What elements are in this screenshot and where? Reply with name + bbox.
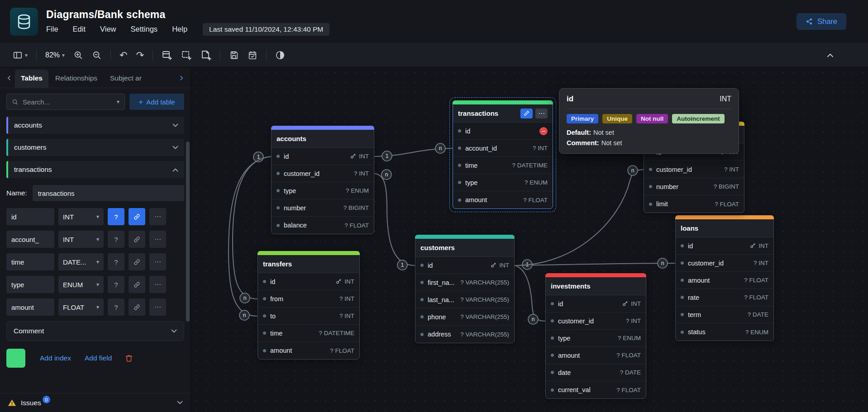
- table-field-row[interactable]: number? BIGINT: [644, 178, 744, 195]
- table-field-row[interactable]: last_na...? VARCHAR(255): [415, 291, 514, 308]
- table-field-row[interactable]: first_na...? VARCHAR(255): [415, 274, 514, 291]
- add-table-sidebar-button[interactable]: + Add table: [129, 94, 184, 110]
- table-field-row[interactable]: id−: [453, 123, 553, 140]
- table-field-row[interactable]: idINT: [676, 237, 773, 255]
- diagram-table-investments[interactable]: investmentsidINTcustomer_id? INTtype? EN…: [545, 273, 646, 399]
- table-header[interactable]: customers: [415, 239, 514, 257]
- table-name-input[interactable]: [33, 185, 184, 201]
- tab-relationships[interactable]: Relationships: [49, 70, 103, 88]
- field-options-button[interactable]: ⋯: [149, 276, 166, 293]
- tab-subject-areas[interactable]: Subject ar: [104, 70, 148, 88]
- nullable-toggle-button[interactable]: ?: [108, 253, 124, 270]
- table-field-row[interactable]: type? ENUM: [546, 330, 646, 347]
- table-more-button[interactable]: ⋯: [535, 109, 548, 118]
- table-header[interactable]: investments: [546, 277, 646, 295]
- table-search-box[interactable]: ▾: [6, 94, 125, 110]
- table-field-row[interactable]: number? BIGINT: [272, 199, 374, 217]
- collapse-header-button[interactable]: [827, 51, 834, 59]
- tabs-scroll-right-button[interactable]: [176, 74, 187, 88]
- zoom-in-button[interactable]: [73, 50, 83, 60]
- table-field-row[interactable]: limit? FLOAT: [644, 195, 744, 213]
- tabs-scroll-left-button[interactable]: [4, 74, 14, 88]
- table-field-row[interactable]: idINT: [272, 148, 374, 165]
- add-area-button[interactable]: [181, 50, 192, 61]
- zoom-out-button[interactable]: [92, 50, 102, 60]
- field-type-select[interactable]: ENUM▾: [58, 276, 104, 293]
- field-type-select[interactable]: FLOAT▾: [58, 298, 104, 316]
- primary-key-button[interactable]: [129, 298, 145, 316]
- nullable-toggle-button[interactable]: ?: [108, 208, 124, 225]
- share-button[interactable]: Share: [796, 13, 846, 30]
- add-field-button[interactable]: Add field: [79, 350, 117, 366]
- table-field-row[interactable]: amount? FLOAT: [258, 342, 359, 359]
- search-input[interactable]: [23, 98, 113, 106]
- field-name-input[interactable]: id: [6, 208, 54, 225]
- table-field-row[interactable]: time? DATETIME: [453, 157, 553, 174]
- menu-file[interactable]: File: [46, 25, 58, 33]
- issues-bar[interactable]: Issues 0: [0, 393, 191, 412]
- table-field-row[interactable]: phone? VARCHAR(255): [415, 308, 514, 326]
- field-type-select[interactable]: INT▾: [58, 208, 104, 225]
- table-field-row[interactable]: idINT: [415, 257, 514, 274]
- table-header[interactable]: accounts: [272, 130, 374, 148]
- menu-edit[interactable]: Edit: [73, 25, 86, 33]
- menu-view[interactable]: View: [100, 25, 116, 33]
- field-type-select[interactable]: INT▾: [58, 231, 104, 248]
- table-field-row[interactable]: status? ENUM: [676, 323, 773, 341]
- table-field-row[interactable]: balance? FLOAT: [272, 217, 374, 234]
- table-field-row[interactable]: customer_id? INT: [644, 161, 744, 178]
- table-field-row[interactable]: term? DATE: [676, 306, 773, 323]
- table-field-row[interactable]: customer_id? INT: [676, 255, 773, 272]
- primary-key-button[interactable]: [129, 231, 145, 248]
- primary-key-button[interactable]: [129, 276, 145, 293]
- table-field-row[interactable]: type? ENUM: [272, 182, 374, 199]
- tab-tables[interactable]: Tables: [15, 70, 48, 88]
- table-field-row[interactable]: idINT: [546, 295, 646, 313]
- diagram-tree-button[interactable]: ▾: [13, 50, 28, 60]
- table-field-row[interactable]: address? VARCHAR(255): [415, 326, 514, 343]
- sidebar-table-transactions[interactable]: transactions: [6, 161, 184, 178]
- table-field-row[interactable]: amount? FLOAT: [546, 347, 646, 364]
- field-name-input[interactable]: account_: [6, 231, 54, 248]
- comment-collapsible[interactable]: Comment: [6, 321, 184, 341]
- table-field-row[interactable]: current_val? FLOAT: [546, 381, 646, 398]
- scrollbar-thumb[interactable]: [186, 142, 190, 322]
- table-header[interactable]: transfers: [258, 255, 359, 273]
- table-field-row[interactable]: customer_id? INT: [272, 165, 374, 182]
- field-name-input[interactable]: amount: [6, 298, 54, 316]
- add-index-button[interactable]: Add index: [34, 350, 76, 366]
- sidebar-table-accounts[interactable]: accounts: [6, 117, 184, 134]
- table-field-row[interactable]: to? INT: [258, 308, 359, 325]
- nullable-toggle-button[interactable]: ?: [108, 276, 124, 293]
- edit-table-button[interactable]: [520, 109, 533, 118]
- theme-contrast-button[interactable]: [275, 50, 285, 60]
- diagram-table-customers[interactable]: customersidINTfirst_na...? VARCHAR(255)l…: [415, 235, 515, 343]
- diagram-table-accounts[interactable]: accountsidINTcustomer_id? INTtype? ENUMn…: [271, 126, 374, 234]
- table-field-row[interactable]: amount? FLOAT: [676, 272, 773, 289]
- field-options-button[interactable]: ⋯: [149, 208, 166, 225]
- table-color-swatch[interactable]: [6, 349, 25, 368]
- table-field-row[interactable]: customer_id? INT: [546, 313, 646, 330]
- diagram-table-loans[interactable]: loansidINTcustomer_id? INTamount? FLOATr…: [675, 215, 774, 341]
- table-field-row[interactable]: type? ENUM: [453, 174, 553, 191]
- field-name-input[interactable]: time: [6, 253, 54, 270]
- sidebar-table-customers[interactable]: customers: [6, 139, 184, 156]
- delete-field-button[interactable]: −: [539, 127, 548, 135]
- add-note-button[interactable]: [200, 50, 211, 61]
- field-name-input[interactable]: type: [6, 276, 54, 293]
- table-field-row[interactable]: rate? FLOAT: [676, 289, 773, 306]
- nullable-toggle-button[interactable]: ?: [108, 298, 124, 316]
- field-type-select[interactable]: DATE...▾: [58, 253, 104, 270]
- delete-table-button[interactable]: [124, 354, 134, 363]
- primary-key-button[interactable]: [129, 208, 145, 225]
- table-field-row[interactable]: date? DATE: [546, 364, 646, 381]
- table-field-row[interactable]: account_id? INT: [453, 140, 553, 157]
- task-list-button[interactable]: [248, 50, 258, 60]
- table-field-row[interactable]: from? INT: [258, 290, 359, 308]
- field-options-button[interactable]: ⋯: [149, 253, 166, 270]
- field-options-button[interactable]: ⋯: [149, 298, 166, 316]
- diagram-table-transactions[interactable]: transactions⋯id−account_id? INTtime? DAT…: [453, 100, 553, 209]
- sidebar-scrollbar[interactable]: [186, 135, 190, 409]
- table-field-row[interactable]: time? DATETIME: [258, 325, 359, 342]
- zoom-level-dropdown[interactable]: 82% ▾: [45, 51, 65, 59]
